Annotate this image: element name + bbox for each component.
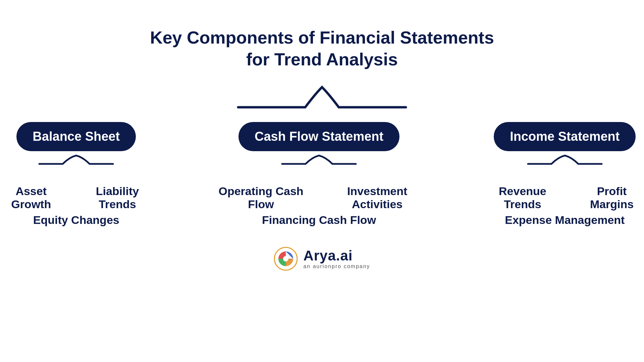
expense-management-label: Expense Management <box>505 214 625 227</box>
title-line1: Key Components of Financial Statements <box>150 28 494 47</box>
arya-logo-icon <box>274 247 298 271</box>
liability-trends-label: Liability Trends <box>82 185 152 211</box>
balance-sheet-row2: Equity Changes <box>33 214 119 227</box>
operating-cash-flow-label: Operating Cash Flow <box>213 185 309 211</box>
balance-sheet-connector <box>33 154 120 179</box>
top-connector <box>228 80 416 119</box>
income-statement-connector <box>521 154 608 179</box>
logo-area: Arya.ai an aurionpro company <box>274 247 370 271</box>
income-statement-row2: Expense Management <box>505 214 625 227</box>
revenue-trends-label: Revenue Trends <box>486 185 559 211</box>
income-statement-button[interactable]: Income Statement <box>494 122 636 151</box>
logo-text: Arya.ai an aurionpro company <box>303 248 370 269</box>
columns-container: Balance Sheet Asset Growth Liability Tre… <box>0 122 644 227</box>
profit-margins-label: Profit Margins <box>580 185 644 211</box>
page-title: Key Components of Financial Statements f… <box>150 27 494 70</box>
balance-sheet-button[interactable]: Balance Sheet <box>16 122 136 151</box>
investment-activities-label: Investment Activities <box>329 185 425 211</box>
column-balance-sheet: Balance Sheet Asset Growth Liability Tre… <box>0 122 153 227</box>
income-statement-row1: Revenue Trends Profit Margins <box>486 185 644 211</box>
title-line2: for Trend Analysis <box>246 50 398 69</box>
balance-sheet-sub-items: Asset Growth Liability Trends Equity Cha… <box>0 185 153 227</box>
cash-flow-sub-items: Operating Cash Flow Investment Activitie… <box>213 185 425 227</box>
cash-flow-row1: Operating Cash Flow Investment Activitie… <box>213 185 425 211</box>
balance-sheet-row1: Asset Growth Liability Trends <box>0 185 153 211</box>
cash-flow-button[interactable]: Cash Flow Statement <box>238 122 399 151</box>
column-income-statement: Income Statement Revenue Trends Profit M… <box>486 122 644 227</box>
equity-changes-label: Equity Changes <box>33 214 119 227</box>
column-cash-flow: Cash Flow Statement Operating Cash Flow … <box>213 122 425 227</box>
logo-tagline: an aurionpro company <box>303 263 370 269</box>
cash-flow-row2: Financing Cash Flow <box>262 214 376 227</box>
cash-flow-connector <box>275 154 363 179</box>
income-statement-sub-items: Revenue Trends Profit Margins Expense Ma… <box>486 185 644 227</box>
financing-cash-flow-label: Financing Cash Flow <box>262 214 376 227</box>
asset-growth-label: Asset Growth <box>0 185 62 211</box>
logo-name: Arya.ai <box>303 248 353 263</box>
svg-point-2 <box>283 256 288 261</box>
